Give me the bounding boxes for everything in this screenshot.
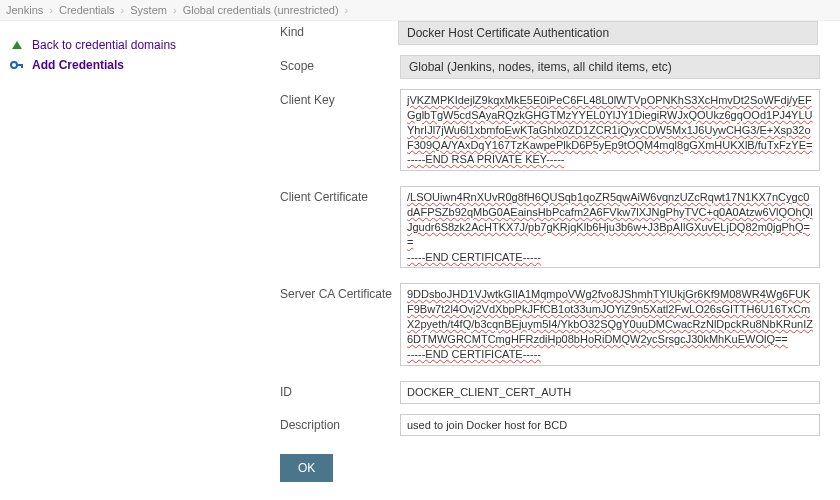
sidebar-add-label: Add Credentials (32, 58, 124, 72)
server-ca-textarea[interactable] (400, 283, 820, 365)
client-key-label: Client Key (280, 89, 400, 107)
client-key-textarea[interactable] (400, 89, 820, 171)
client-cert-label: Client Certificate (280, 186, 400, 204)
client-cert-textarea[interactable] (400, 186, 820, 268)
arrow-up-icon (10, 38, 24, 52)
credential-form: Kind Docker Host Certificate Authenticat… (280, 21, 840, 499)
scope-select[interactable]: Global (Jenkins, nodes, items, all child… (400, 55, 820, 79)
chevron-right-icon: › (49, 4, 53, 16)
chevron-right-icon: › (121, 4, 125, 16)
breadcrumb-global[interactable]: Global credentials (unrestricted) (183, 4, 339, 16)
ok-button[interactable]: OK (280, 454, 333, 482)
sidebar: Back to credential domains Add Credentia… (0, 21, 280, 499)
description-label: Description (280, 414, 400, 432)
chevron-right-icon: › (173, 4, 177, 16)
id-input[interactable] (400, 381, 820, 404)
chevron-right-icon: › (345, 4, 349, 16)
kind-select[interactable]: Docker Host Certificate Authentication (398, 21, 818, 45)
description-input[interactable] (400, 414, 820, 437)
id-label: ID (280, 381, 400, 399)
key-icon (10, 58, 24, 72)
breadcrumb-credentials[interactable]: Credentials (59, 4, 115, 16)
breadcrumb-jenkins[interactable]: Jenkins (6, 4, 43, 16)
kind-label: Kind (280, 21, 400, 39)
breadcrumb: Jenkins › Credentials › System › Global … (0, 0, 840, 21)
scope-label: Scope (280, 55, 400, 73)
svg-rect-2 (21, 64, 23, 68)
sidebar-back-label: Back to credential domains (32, 38, 176, 52)
breadcrumb-system[interactable]: System (130, 4, 167, 16)
server-ca-label: Server CA Certificate (280, 283, 400, 301)
sidebar-back-link[interactable]: Back to credential domains (10, 35, 270, 55)
sidebar-add-credentials[interactable]: Add Credentials (10, 55, 270, 75)
